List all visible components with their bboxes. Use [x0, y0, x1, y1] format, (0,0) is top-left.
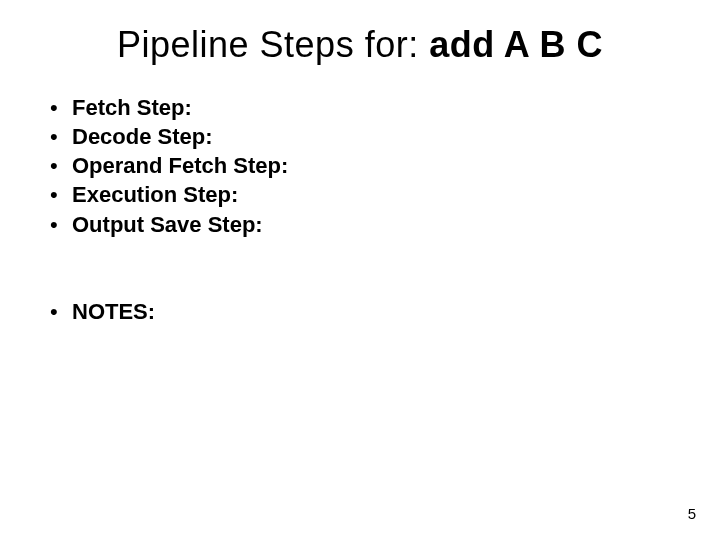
page-number: 5 — [688, 505, 696, 522]
bullet-list-2: NOTES: — [44, 298, 680, 326]
list-item: NOTES: — [44, 298, 680, 326]
title-prefix: Pipeline Steps for: — [117, 24, 429, 65]
spacer — [40, 240, 680, 298]
slide: Pipeline Steps for: add A B C Fetch Step… — [0, 0, 720, 540]
list-item: Operand Fetch Step: — [44, 152, 680, 180]
slide-title: Pipeline Steps for: add A B C — [40, 24, 680, 66]
list-item: Decode Step: — [44, 123, 680, 151]
list-item: Execution Step: — [44, 181, 680, 209]
bullet-list-1: Fetch Step: Decode Step: Operand Fetch S… — [44, 94, 680, 239]
list-item: Output Save Step: — [44, 211, 680, 239]
title-bold: add A B C — [429, 24, 603, 65]
list-item: Fetch Step: — [44, 94, 680, 122]
